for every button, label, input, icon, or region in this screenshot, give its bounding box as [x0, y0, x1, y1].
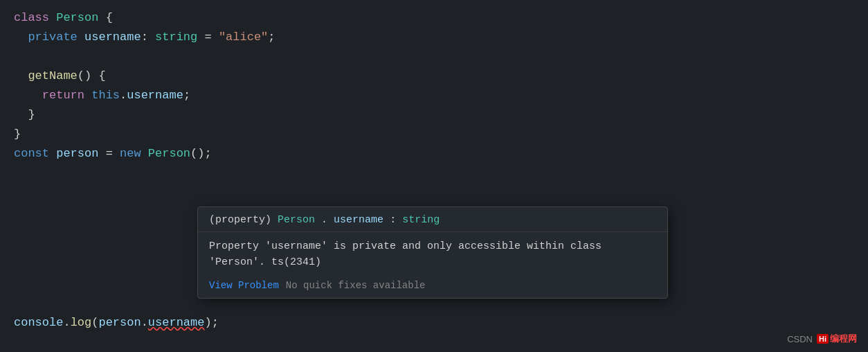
code-line-9 [0, 164, 868, 183]
logo-icon: Hi [817, 334, 829, 344]
tooltip-footer: View Problem No quick fixes available [198, 276, 667, 298]
console-ref: console [14, 313, 63, 332]
tooltip-body-line1: Property 'username' is private and only … [209, 239, 656, 255]
class-name-person: Person [56, 8, 98, 27]
var-person: person [56, 144, 98, 163]
keyword-const: const [14, 144, 49, 163]
no-fixes-text: No quick fixes available [286, 280, 426, 291]
code-line-10 [0, 183, 868, 202]
hover-tooltip: (property) Person . username : string Pr… [197, 206, 668, 299]
keyword-this: this [91, 86, 120, 105]
code-line-11: console . log ( person . username ); [0, 313, 868, 333]
code-editor: class Person { private username : string… [0, 0, 868, 352]
method-log: log [71, 313, 92, 332]
logo-text: 编程网 [830, 333, 857, 345]
keyword-new: new [120, 144, 141, 163]
prop-username-squiggle: username [148, 313, 205, 332]
method-getname: getName [28, 67, 77, 85]
class-ref-person: Person [148, 144, 190, 163]
watermark: CSDN Hi 编程网 [787, 333, 857, 345]
code-line-1: class Person { [0, 8, 868, 28]
code-line-4: getName () { [0, 67, 868, 86]
keyword-class: class [14, 8, 49, 27]
keyword-private: private [28, 28, 77, 46]
tooltip-header: (property) Person . username : string [198, 207, 667, 232]
string-value-alice: "alice" [219, 28, 268, 46]
view-problem-link[interactable]: View Problem [209, 280, 279, 291]
code-line-8: const person = new Person (); [0, 144, 868, 164]
var-person-ref: person [98, 313, 141, 332]
keyword-return: return [42, 86, 84, 105]
code-line-7: } [0, 125, 868, 144]
watermark-csdn-text: CSDN [787, 334, 813, 344]
watermark-logo: Hi 编程网 [817, 333, 857, 345]
code-line-2: private username : string = "alice" ; [0, 28, 868, 47]
tooltip-body: Property 'username' is private and only … [198, 232, 667, 276]
type-string: string [155, 28, 197, 46]
code-line-3 [0, 47, 868, 67]
prop-username: username [84, 28, 141, 46]
code-line-6: } [0, 105, 868, 125]
code-line-5: return this . username ; [0, 86, 868, 105]
prop-username-ref: username [127, 86, 183, 105]
tooltip-body-line2: 'Person'. ts(2341) [209, 255, 656, 271]
